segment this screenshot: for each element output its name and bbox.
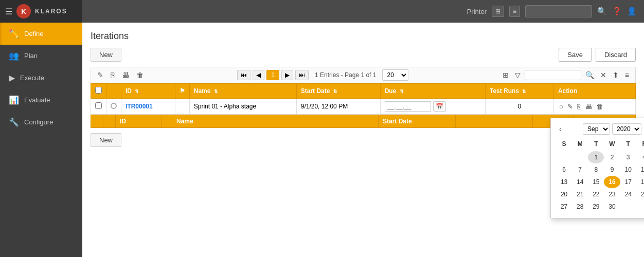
cal-day-23[interactable]: 23 <box>604 188 620 200</box>
edit-icon[interactable]: ✎ <box>95 70 105 80</box>
export-icon[interactable]: ⬆ <box>611 70 621 80</box>
sidebar-item-configure[interactable]: 🔧 Configure <box>0 111 82 133</box>
th-start-date[interactable]: Start Date ⇅ <box>296 84 380 99</box>
first-page-btn[interactable]: ⏮ <box>237 70 251 80</box>
cal-day-16[interactable]: 16 <box>604 176 620 188</box>
prev-page-btn[interactable]: ◀ <box>253 70 264 80</box>
printer-list-icon[interactable]: ≡ <box>509 6 520 17</box>
calendar-trigger-button[interactable]: 📅 <box>433 101 446 112</box>
help-icon[interactable]: ❓ <box>612 7 622 16</box>
next-page-btn[interactable]: ▶ <box>281 70 293 80</box>
discard-button[interactable]: Discard <box>596 48 636 62</box>
cal-day-25[interactable]: 25 <box>636 188 644 200</box>
day-header-t1: T <box>588 139 604 149</box>
cal-day-1[interactable]: 1 <box>588 151 604 163</box>
th-test-runs[interactable]: Test Runs ⇅ <box>485 84 553 99</box>
cal-day-2[interactable]: 2 <box>604 151 620 163</box>
calendar-popup: ‹ JanFebMarApr MayJunJulAug SepOctNovDec… <box>550 118 644 218</box>
copy-icon[interactable]: ⎘ <box>109 70 117 80</box>
sidebar-item-plan[interactable]: 👥 Plan <box>0 45 82 67</box>
row-checkbox[interactable] <box>95 102 102 109</box>
last-page-btn[interactable]: ⏭ <box>295 70 309 80</box>
calendar-month-select[interactable]: JanFebMarApr MayJunJulAug SepOctNovDec <box>583 123 610 135</box>
group-icon[interactable]: ⊞ <box>500 70 511 80</box>
cal-day-8[interactable]: 8 <box>588 163 604 176</box>
sidebar-item-evaluate[interactable]: 📊 Evaluate <box>0 89 82 111</box>
cal-day-11[interactable]: 11 <box>636 163 644 176</box>
row-edit-icon[interactable]: ✎ <box>566 102 574 112</box>
execute-icon: ▶ <box>9 73 15 83</box>
calendar-day-headers: S M T W T F S <box>556 139 644 149</box>
due-date-input[interactable] <box>385 101 431 112</box>
th-id[interactable]: ID ⇅ <box>121 84 175 99</box>
new-button-top[interactable]: New <box>91 48 121 62</box>
row-status-toggle-icon[interactable]: ○ <box>558 102 564 112</box>
sidebar: ☰ K KLAROS ✏️ Define 👥 Plan ▶ Execute 📊 … <box>0 0 82 257</box>
table-row: ITR00001 Sprint 01 - Alpha stage 9/1/20,… <box>91 99 636 115</box>
th-name[interactable]: Name ⇅ <box>189 84 296 99</box>
row-id-link[interactable]: ITR00001 <box>126 103 153 110</box>
cal-day-18[interactable]: 18 <box>636 176 644 188</box>
cal-day-17[interactable]: 17 <box>620 176 636 188</box>
delete-icon[interactable]: 🗑 <box>134 70 146 80</box>
calendar-prev-btn[interactable]: ‹ <box>556 124 565 134</box>
app-logo: K <box>16 4 31 19</box>
cal-empty-1 <box>556 151 572 163</box>
cal-day-20[interactable]: 20 <box>556 188 572 200</box>
cal-day-3[interactable]: 3 <box>620 151 636 163</box>
row-delete-icon[interactable]: 🗑 <box>595 102 604 112</box>
page-size-select[interactable]: 20 50 100 <box>382 69 408 81</box>
filter-icon[interactable]: ▽ <box>513 70 523 80</box>
printer-table-icon[interactable]: ⊞ <box>492 6 504 17</box>
th-action: Action <box>553 84 635 99</box>
due-sort-icon: ⇅ <box>400 89 404 94</box>
sidebar-item-define[interactable]: ✏️ Define <box>0 23 82 45</box>
cal-day-21[interactable]: 21 <box>572 188 588 200</box>
print-icon[interactable]: 🖶 <box>120 70 131 80</box>
topbar-search-input[interactable] <box>525 5 592 17</box>
cal-day-7[interactable]: 7 <box>572 163 588 176</box>
day-header-w: W <box>604 139 620 149</box>
row-print-icon[interactable]: 🖶 <box>584 102 593 112</box>
th-due[interactable]: Due ⇅ <box>380 84 485 99</box>
cal-day-27[interactable]: 27 <box>556 200 572 213</box>
new-button-bottom[interactable]: New <box>91 133 121 147</box>
clear-search-icon[interactable]: ✕ <box>598 70 609 80</box>
plan-icon: 👥 <box>9 51 19 61</box>
cal-day-13[interactable]: 13 <box>556 176 572 188</box>
calendar-year-select[interactable]: 20182019202020212022 <box>612 123 641 135</box>
row-test-runs-cell: 0 <box>485 99 553 115</box>
cal-day-30[interactable]: 30 <box>604 200 620 213</box>
select-all-checkbox[interactable] <box>95 87 102 94</box>
cal-day-14[interactable]: 14 <box>572 176 588 188</box>
cal-day-9[interactable]: 9 <box>604 163 620 176</box>
cal-day-24[interactable]: 24 <box>620 188 636 200</box>
search-icon[interactable]: 🔍 <box>597 7 607 16</box>
user-icon[interactable]: 👤 <box>627 7 637 16</box>
sidebar-item-execute[interactable]: ▶ Execute <box>0 67 82 89</box>
calendar-grid: 1 2 3 4 5 6 7 8 9 10 11 12 13 14 15 16 1… <box>556 151 644 213</box>
cal-empty-2 <box>572 151 588 163</box>
sidebar-label-execute: Execute <box>20 74 44 82</box>
cal-day-6[interactable]: 6 <box>556 163 572 176</box>
row-name-cell: Sprint 01 - Alpha stage <box>189 99 296 115</box>
cal-day-22[interactable]: 22 <box>588 188 604 200</box>
cal-day-15[interactable]: 15 <box>588 176 604 188</box>
cal-day-10[interactable]: 10 <box>620 163 636 176</box>
row-checkbox-cell[interactable] <box>91 99 106 115</box>
table-search-icon[interactable]: 🔍 <box>583 70 596 80</box>
current-page: 1 <box>266 70 279 80</box>
row-copy-icon[interactable]: ⎘ <box>576 102 582 112</box>
cal-day-28[interactable]: 28 <box>572 200 588 213</box>
table-search-input[interactable] <box>525 70 581 80</box>
data-table: ID ⇅ ⚑ Name ⇅ Start Date ⇅ Due ⇅ Test Ru… <box>91 83 636 115</box>
columns-icon[interactable]: ≡ <box>623 70 631 80</box>
cal-day-29[interactable]: 29 <box>588 200 604 213</box>
brand-name: KLAROS <box>35 8 67 15</box>
hamburger-icon[interactable]: ☰ <box>5 7 12 16</box>
page-title: Iterations <box>91 31 636 42</box>
save-button[interactable]: Save <box>559 48 592 62</box>
cal-day-4[interactable]: 4 <box>636 151 644 163</box>
day-header-m: M <box>572 139 588 149</box>
due-date-input-wrapper: 📅 <box>385 101 481 112</box>
